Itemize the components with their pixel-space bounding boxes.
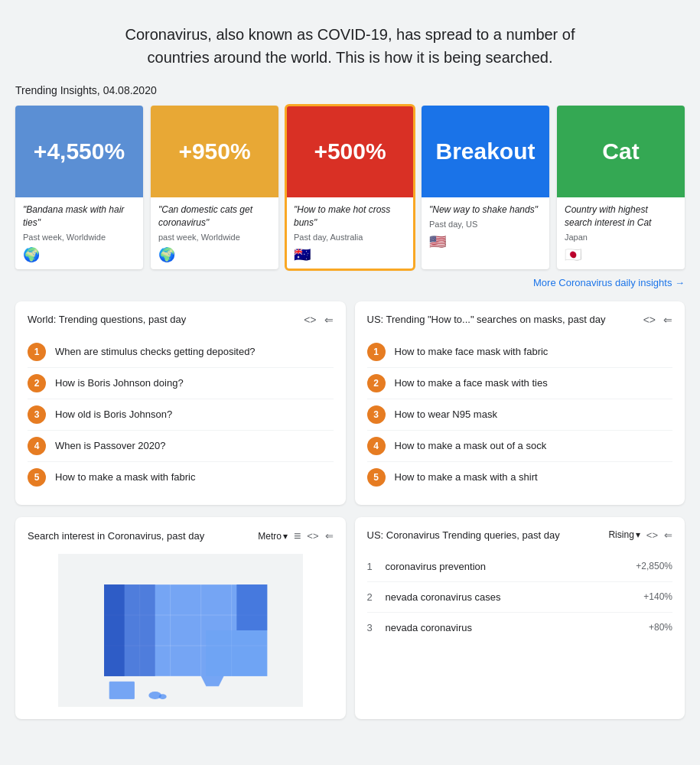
card-top: +4,550% — [15, 106, 143, 197]
list-item: 4How to make a mask out of a sock — [367, 431, 673, 462]
query-text: nevada coronavirus — [386, 622, 649, 633]
card-query: "How to make hot cross buns" — [294, 203, 406, 230]
list-item: 4When is Passover 2020? — [28, 431, 334, 462]
svg-rect-8 — [104, 584, 125, 676]
card-bottom: Country with highest search interest in … — [557, 197, 685, 269]
trend-number: 4 — [28, 437, 46, 455]
coronavirus-queries-controls: Rising ▾ <> ⇐ — [608, 529, 672, 541]
table-row: 1coronavirus prevention+2,850% — [367, 552, 673, 582]
rising-dropdown[interactable]: Rising ▾ — [608, 529, 640, 540]
card-card-2[interactable]: +950%"Can domestic cats get coronavirus"… — [151, 106, 278, 269]
trend-text: How to make face mask with fabric — [395, 346, 549, 357]
table-row: 2nevada coronavirus cases+140% — [367, 582, 673, 613]
chevron-down-icon: ▾ — [283, 531, 288, 542]
list-item: 2How is Boris Johnson doing? — [28, 368, 334, 399]
trend-number: 1 — [367, 343, 386, 361]
trend-number: 3 — [28, 405, 46, 424]
share-icon-3[interactable]: ⇐ — [325, 530, 334, 542]
main-title: Coronavirus, also known as COVID-19, has… — [121, 23, 580, 69]
query-table: 1coronavirus prevention+2,850%2nevada co… — [367, 552, 673, 643]
coronavirus-queries-header: US: Coronavirus Trending queries, past d… — [367, 529, 673, 541]
embed-icon-2[interactable]: <> — [643, 314, 656, 326]
share-icon[interactable]: ⇐ — [324, 314, 334, 326]
list-icon[interactable]: ≡ — [294, 529, 301, 543]
share-icon-2[interactable]: ⇐ — [663, 314, 672, 326]
trend-text: When is Passover 2020? — [55, 440, 166, 451]
map-container — [28, 554, 334, 707]
search-interest-header: Search interest in Coronavirus, past day… — [28, 529, 334, 543]
svg-point-13 — [158, 694, 166, 699]
card-value: +950% — [178, 138, 250, 164]
world-trending-header: World: Trending questions, past day <> ⇐ — [28, 314, 334, 326]
list-item: 5How to make a mask with fabric — [28, 462, 334, 493]
card-query: Country with highest search interest in … — [565, 203, 677, 230]
query-text: coronavirus prevention — [386, 561, 637, 572]
card-flag: 🇺🇸 — [429, 234, 446, 249]
trend-text: How to make a face mask with ties — [395, 377, 548, 389]
trend-number: 1 — [28, 343, 46, 361]
trend-number: 2 — [28, 374, 46, 392]
world-trending-title: World: Trending questions, past day — [28, 314, 186, 325]
embed-icon[interactable]: <> — [304, 314, 316, 326]
trending-label: Trending Insights, 04.08.2020 — [15, 84, 685, 96]
card-flag: 🇦🇺 — [294, 247, 311, 262]
us-trending-icons: <> ⇐ — [643, 314, 672, 326]
card-meta: Past day, US — [429, 220, 542, 229]
trend-number: 5 — [367, 468, 386, 487]
search-interest-panel: Search interest in Coronavirus, past day… — [15, 517, 346, 719]
query-rank: 1 — [367, 561, 386, 572]
card-meta: past week, Worldwide — [158, 233, 271, 242]
query-percent: +80% — [649, 622, 672, 633]
card-meta: Past week, Worldwide — [23, 233, 135, 242]
trend-text: How to make a mask with a shirt — [395, 471, 538, 483]
embed-icon-4[interactable]: <> — [646, 529, 658, 541]
trend-text: How is Boris Johnson doing? — [55, 377, 184, 389]
trend-number: 3 — [367, 405, 386, 424]
world-trending-panel: World: Trending questions, past day <> ⇐… — [15, 301, 346, 505]
card-query: "Bandana mask with hair ties" — [23, 203, 135, 230]
card-card-5[interactable]: CatCountry with highest search interest … — [557, 106, 685, 269]
us-trending-panel: US: Trending "How to..." searches on mas… — [355, 301, 685, 505]
more-insights-link[interactable]: More Coronavirus daily insights → — [533, 277, 685, 288]
card-top: +500% — [286, 106, 414, 197]
card-top: Breakout — [422, 106, 549, 197]
card-value: Cat — [602, 138, 639, 164]
more-insights: More Coronavirus daily insights → — [15, 275, 685, 289]
coronavirus-queries-panel: US: Coronavirus Trending queries, past d… — [355, 517, 685, 719]
metro-label: Metro — [258, 531, 282, 542]
card-flag: 🌍 — [158, 247, 175, 262]
us-trending-list: 1How to make face mask with fabric2How t… — [367, 337, 673, 493]
card-top: +950% — [151, 106, 278, 197]
query-rank: 2 — [367, 591, 386, 603]
card-meta: Japan — [565, 233, 677, 242]
cards-row: +4,550%"Bandana mask with hair ties"Past… — [15, 106, 685, 269]
trend-text: How to make a mask out of a sock — [395, 440, 547, 451]
card-card-4[interactable]: Breakout"New way to shake hands"Past day… — [422, 106, 549, 269]
query-percent: +2,850% — [636, 561, 672, 571]
chevron-down-icon-2: ▾ — [636, 529, 640, 540]
search-interest-title: Search interest in Coronavirus, past day — [28, 530, 204, 542]
us-trending-title: US: Trending "How to..." searches on mas… — [367, 314, 606, 325]
metro-dropdown[interactable]: Metro ▾ — [258, 531, 288, 542]
trend-text: How to wear N95 mask — [395, 409, 497, 420]
card-card-3[interactable]: +500%"How to make hot cross buns"Past da… — [286, 106, 414, 269]
list-item: 1How to make face mask with fabric — [367, 337, 673, 368]
card-card-1[interactable]: +4,550%"Bandana mask with hair ties"Past… — [15, 106, 143, 269]
card-bottom: "Can domestic cats get coronavirus"past … — [151, 197, 278, 269]
list-item: 3How to wear N95 mask — [367, 399, 673, 431]
svg-rect-11 — [109, 681, 134, 698]
trend-number: 5 — [28, 468, 46, 487]
world-trending-list: 1When are stimulus checks getting deposi… — [28, 337, 334, 493]
svg-rect-9 — [236, 584, 267, 630]
share-icon-4[interactable]: ⇐ — [664, 529, 672, 541]
card-value: Breakout — [435, 138, 535, 164]
card-query: "Can domestic cats get coronavirus" — [158, 203, 271, 230]
card-top: Cat — [557, 106, 685, 197]
trending-panels-row: World: Trending questions, past day <> ⇐… — [15, 301, 685, 505]
coronavirus-queries-title: US: Coronavirus Trending queries, past d… — [367, 529, 560, 541]
world-trending-icons: <> ⇐ — [304, 314, 333, 326]
svg-rect-10 — [206, 630, 267, 676]
list-item: 1When are stimulus checks getting deposi… — [28, 337, 334, 368]
embed-icon-3[interactable]: <> — [307, 530, 318, 542]
us-trending-header: US: Trending "How to..." searches on mas… — [367, 314, 673, 326]
